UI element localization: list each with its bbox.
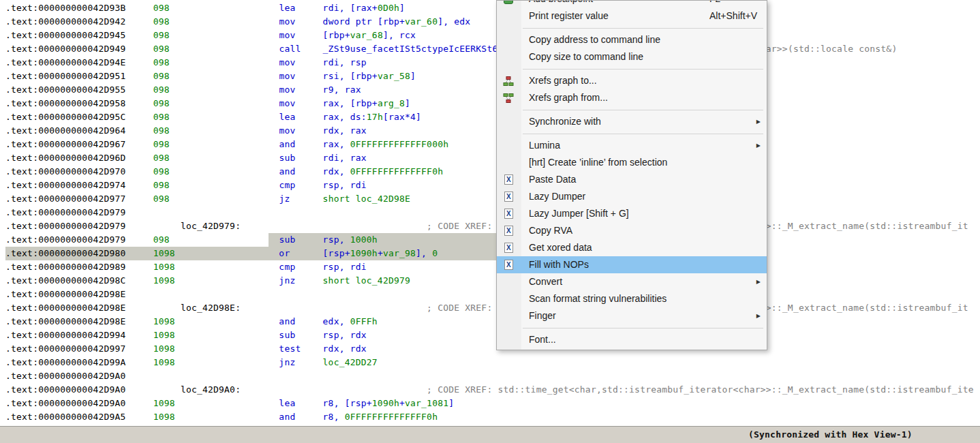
disasm-line[interactable]: .text:000000000042D979 loc_42D979: ; COD… <box>5 219 980 233</box>
menu-item-scan-format-string-vulnerabilities[interactable]: Scan format string vulnerabilities <box>497 290 767 307</box>
disasm-segment: .text:000000000042D955 <box>5 85 126 95</box>
disasm-line[interactable]: .text:000000000042D970 098 and rdx, 0FFF… <box>5 165 980 179</box>
disasm-segment: .text:000000000042D98C <box>5 275 126 286</box>
disasm-segment: call <box>279 44 301 54</box>
disasm-line[interactable]: .text:000000000042D98E <box>5 288 980 301</box>
disasm-line[interactable]: .text:000000000042D967 098 and rax, 0FFF… <box>5 138 980 151</box>
disasm-segment: rdi, [rax+ <box>323 3 378 13</box>
disasm-segment: 1098 <box>153 248 175 258</box>
disasm-segment: .text:000000000042D964 <box>5 125 126 136</box>
menu-item-print-register-value[interactable]: Print register valueAlt+Shift+V <box>497 7 767 25</box>
script-icon <box>503 243 514 254</box>
disasm-segment: 098 <box>153 71 170 81</box>
disasm-segment: dword ptr [rbp+ <box>323 16 405 27</box>
disasm-segment: rsp, rdi <box>323 262 367 272</box>
disasm-segment: 098 <box>153 30 170 40</box>
disasm-line[interactable]: .text:000000000042D9A0 1098 lea r8, [rsp… <box>5 397 980 410</box>
disasm-line[interactable]: .text:000000000042D98E loc_42D98E: ; COD… <box>5 301 980 315</box>
menu-item-lazy-dumper[interactable]: Lazy Dumper <box>497 188 767 205</box>
disasm-line[interactable]: .text:000000000042D974 098 cmp rsp, rdi <box>5 179 980 192</box>
disasm-line[interactable]: .text:000000000042D951 098 mov rsi, [rbp… <box>5 70 980 83</box>
disassembly-view[interactable]: .text:000000000042D93B 098 lea rdi, [rax… <box>0 0 980 426</box>
disasm-line[interactable]: .text:000000000042D9A0 loc_42D9A0: ; COD… <box>5 383 980 397</box>
disasm-line[interactable]: .text:000000000042D945 098 mov [rbp+var_… <box>5 29 980 42</box>
menu-item-copy-address-to-command-line[interactable]: Copy address to command line <box>497 31 767 48</box>
submenu-arrow-icon: ▶ <box>756 113 761 130</box>
disasm-segment: short loc_42D979 <box>323 275 410 286</box>
disasm-segment: [rax*4] <box>383 112 421 122</box>
disasm-segment: .text:000000000042D9A0 <box>5 398 126 408</box>
disasm-line[interactable]: .text:000000000042D93B 098 lea rdi, [rax… <box>5 1 980 15</box>
disasm-segment: .text:000000000042D994 <box>5 330 126 340</box>
disasm-segment: mov <box>279 125 295 136</box>
disasm-segment: + <box>378 248 383 258</box>
disasm-line[interactable]: .text:000000000042D98C 1098 jnz short lo… <box>5 274 980 288</box>
disasm-line[interactable]: .text:000000000042D979 098 sub rsp, 1000… <box>5 233 980 247</box>
disasm-segment: var_68 <box>350 30 383 40</box>
menu-item-copy-rva[interactable]: Copy RVA <box>497 222 767 239</box>
disasm-segment: .text:000000000042D979 <box>5 234 126 245</box>
disasm-line[interactable]: .text:000000000042D9A5 1098 and r8, 0FFF… <box>5 410 980 424</box>
menu-item-xrefs-graph-from[interactable]: Xrefs graph from... <box>497 89 767 106</box>
menu-item-convert[interactable]: Convert▶ <box>497 273 767 290</box>
disasm-line[interactable]: .text:000000000042D949 098 call _ZSt9use… <box>5 42 980 56</box>
disasm-line[interactable]: .text:000000000042D964 098 mov rdx, rax <box>5 124 980 138</box>
disasm-segment <box>301 343 322 354</box>
menu-item-add-breakpoint[interactable]: Add breakpointF2 <box>497 0 767 7</box>
disasm-line[interactable]: .text:000000000042D994 1098 sub rsp, rdx <box>5 329 980 342</box>
disasm-line[interactable]: .text:000000000042D98E 1098 and edx, 0FF… <box>5 315 980 329</box>
disasm-line[interactable]: .text:000000000042D997 1098 test rdx, rd… <box>5 342 980 356</box>
disasm-segment: rdi, rax <box>323 153 367 163</box>
disasm-line[interactable]: .text:000000000042D977 098 jz short loc_… <box>5 192 980 206</box>
menu-item-paste-data[interactable]: Paste Data <box>497 171 767 188</box>
menu-item-lumina[interactable]: Lumina▶ <box>497 137 767 154</box>
breakpoint-icon <box>503 0 514 5</box>
disasm-segment <box>126 357 153 367</box>
disasm-line[interactable]: .text:000000000042D980 1098 or [rsp+1090… <box>5 247 980 260</box>
menu-item-label: Scan format string vulnerabilities <box>529 293 667 304</box>
disasm-segment <box>170 3 279 13</box>
disasm-segment <box>175 275 279 286</box>
menu-item-lazy-jumper-shift-g[interactable]: Lazy Jumper [Shift + G] <box>497 205 767 222</box>
disasm-segment: 098 <box>153 153 170 163</box>
disasm-segment <box>126 125 153 136</box>
disasm-segment: 1098 <box>153 412 175 422</box>
disasm-segment: 098 <box>153 194 170 204</box>
disasm-line[interactable]: .text:000000000042D99A 1098 jnz loc_42DD… <box>5 356 980 369</box>
menu-item-get-xored-data[interactable]: Get xored data <box>497 239 767 256</box>
disasm-segment: sub <box>279 153 295 163</box>
disasm-segment: cmp <box>279 262 295 272</box>
menu-item-xrefs-graph-to[interactable]: Xrefs graph to... <box>497 72 767 89</box>
disasm-segment <box>126 153 153 163</box>
menu-item-copy-size-to-command-line[interactable]: Copy size to command line <box>497 48 767 65</box>
disasm-line[interactable]: .text:000000000042D94E 098 mov rdi, rsp <box>5 56 980 70</box>
disasm-segment <box>175 248 279 258</box>
disasm-line[interactable]: .text:000000000042D942 098 mov dword ptr… <box>5 15 980 29</box>
disasm-line[interactable]: .text:000000000042D955 098 mov r9, rax <box>5 83 980 97</box>
disasm-segment <box>301 44 322 54</box>
disasm-segment: 1090h <box>350 248 378 258</box>
menu-item-synchronize-with[interactable]: Synchronize with▶ <box>497 113 767 130</box>
disasm-line[interactable]: .text:000000000042D958 098 mov rax, [rbp… <box>5 97 980 110</box>
disasm-segment: 1000h <box>350 234 378 245</box>
disasm-segment <box>170 16 279 27</box>
disasm-segment: rdi, rsp <box>323 57 367 67</box>
disasm-segment: .text:000000000042D979 <box>5 207 126 217</box>
disasm-line[interactable]: .text:000000000042D9A0 <box>5 369 980 383</box>
disasm-segment: edx, <box>323 316 350 326</box>
disasm-segment: 1098 <box>153 262 175 272</box>
disasm-segment: 0 <box>432 248 438 258</box>
menu-item-hrt-create-inline-from-selection[interactable]: [hrt] Create ’inline’ from selection <box>497 154 767 171</box>
disasm-line[interactable]: .text:000000000042D989 1098 cmp rsp, rdi <box>5 260 980 274</box>
menu-item-finger[interactable]: Finger▶ <box>497 307 767 324</box>
disasm-segment: rax, <box>323 139 350 149</box>
disasm-line[interactable]: .text:000000000042D979 <box>5 206 980 219</box>
disasm-segment: 0FFFFFFFFFFFFF000h <box>350 139 448 149</box>
disasm-line[interactable]: .text:000000000042D96D 098 sub rdi, rax <box>5 151 980 165</box>
menu-item-fill-with-nops[interactable]: Fill with NOPs <box>497 256 767 273</box>
disasm-segment: rdx, rax <box>323 125 367 136</box>
menu-item-font[interactable]: Font... <box>497 331 767 348</box>
menu-item-label: Paste Data <box>529 174 576 185</box>
status-bar: 0002D980000000000042D980: std::time_get<… <box>0 426 980 443</box>
disasm-line[interactable]: .text:000000000042D95C 098 lea rax, ds:1… <box>5 110 980 124</box>
